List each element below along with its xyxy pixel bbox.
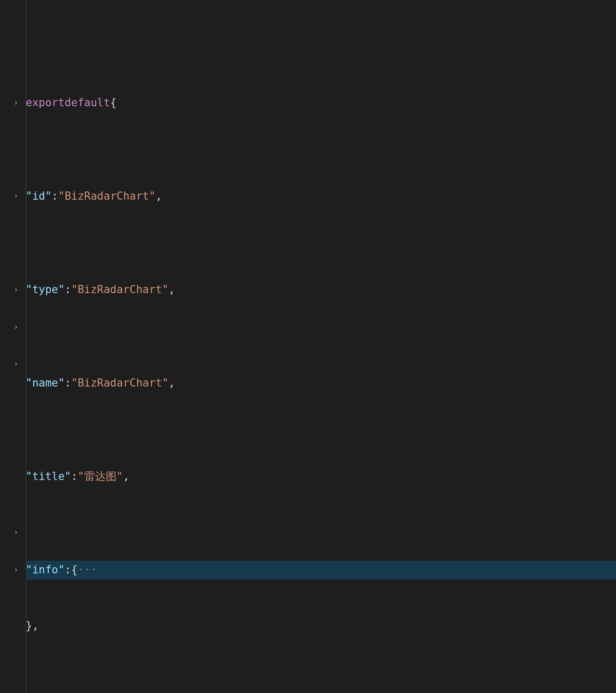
chevron-right-icon[interactable]: › (13, 561, 18, 579)
code-content[interactable]: export default { "id": "BizRadarChart", … (26, 0, 616, 693)
chevron-right-icon[interactable]: › (13, 93, 18, 112)
chevron-right-icon[interactable]: › (13, 280, 18, 299)
keyword-export: export (26, 93, 65, 112)
code-line[interactable]: "name": "BizRadarChart", (26, 374, 616, 392)
chevron-right-icon[interactable]: › (13, 523, 18, 542)
code-line[interactable]: "id": "BizRadarChart", (26, 187, 616, 205)
gutter: › › › › › › › (0, 0, 26, 693)
chevron-right-icon[interactable]: › (13, 355, 18, 373)
chevron-right-icon[interactable]: › (13, 318, 18, 336)
code-line-folded[interactable]: "info": {··· (26, 561, 616, 579)
code-line[interactable]: export default { (26, 93, 616, 112)
fold-ellipsis-icon[interactable]: ··· (78, 561, 97, 579)
code-line[interactable]: }, (26, 617, 616, 635)
keyword-default: default (65, 93, 110, 112)
code-line[interactable]: "title": "雷达图", (26, 467, 616, 486)
code-line[interactable]: "type": "BizRadarChart", (26, 280, 616, 299)
chevron-right-icon[interactable]: › (13, 187, 18, 205)
code-editor[interactable]: › › › › › › › export default { (0, 0, 616, 693)
